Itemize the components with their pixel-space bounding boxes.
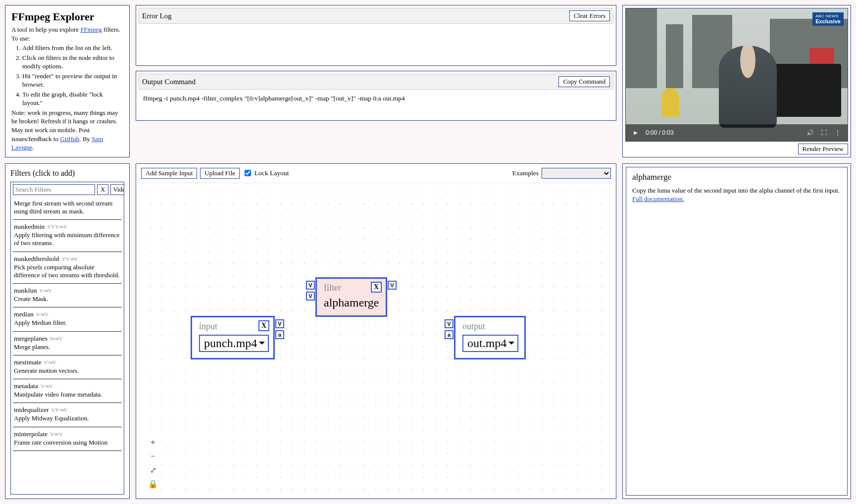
filter-item-name: maskedthreshold: [14, 255, 59, 262]
filter-item-name: mestimate: [14, 358, 41, 366]
filter-item-desc: Pick pixels comparing absolute differenc…: [14, 263, 121, 280]
app-title: FFmpeg Explorer: [11, 10, 123, 23]
filter-item[interactable]: mestimate V⇒VGenerate motion vectors.: [13, 355, 122, 379]
filter-item-desc: Apply filtering with minimum difference …: [14, 231, 121, 248]
clear-search-button[interactable]: X: [97, 184, 108, 195]
node-output[interactable]: output out.mp4 V a: [454, 316, 526, 359]
search-input[interactable]: [13, 184, 95, 195]
node-input[interactable]: input X punch.mp4 V a: [191, 316, 275, 359]
intro-panel: FFmpeg Explorer A tool to help you explo…: [5, 5, 130, 157]
canvas-controls: ＋ － ⤢ 🔒: [148, 437, 158, 489]
add-sample-input-button[interactable]: Add Sample Input: [141, 168, 197, 179]
upload-file-button[interactable]: Upload File: [200, 168, 240, 179]
output-command-panel: Output Command Copy Command ffmpeg -i pu…: [136, 71, 616, 121]
filter-item-desc: Manipulate video frame metadata.: [14, 391, 121, 399]
node-filter[interactable]: filter X alphamerge V V V: [315, 277, 387, 317]
filter-item-name: maskfun: [14, 287, 37, 294]
node-input-select[interactable]: punch.mp4: [199, 335, 269, 352]
inspector-panel: alphamerge Copy the luma value of the se…: [622, 163, 851, 499]
node-output-label: output: [462, 321, 517, 332]
filter-item-desc: Apply Median filter.: [14, 319, 121, 327]
port-v-in1[interactable]: V: [306, 281, 315, 290]
filters-title: Filters (click to add): [10, 169, 124, 178]
volume-icon[interactable]: 🔊: [806, 129, 814, 136]
port-a-in[interactable]: a: [445, 330, 453, 339]
filter-item[interactable]: maskedmin VVV⇒VApply filtering with mini…: [13, 220, 122, 252]
filter-item[interactable]: median V⇒VApply Median filter.: [13, 307, 122, 331]
port-a[interactable]: a: [275, 330, 284, 339]
fullscreen-icon[interactable]: ⛶: [820, 129, 828, 136]
error-log-title: Error Log: [142, 12, 172, 20]
filter-item[interactable]: metadata V⇒VManipulate video frame metad…: [13, 379, 122, 403]
port-v[interactable]: V: [275, 319, 284, 328]
filter-item-sig: VVV⇒V: [48, 224, 68, 230]
node-input-label: input: [199, 321, 266, 332]
render-preview-button[interactable]: Render Preview: [798, 144, 848, 154]
copy-command-button[interactable]: Copy Command: [558, 76, 610, 87]
wires: [141, 183, 290, 257]
lock-layout-label[interactable]: Lock Layout: [243, 168, 289, 178]
node-editor-canvas[interactable]: input X punch.mp4 V a filter X alphamerg…: [141, 183, 611, 496]
filter-item-desc: Merge first stream with second stream us…: [14, 200, 121, 216]
filter-item-name: median: [14, 310, 34, 318]
lock-layout-checkbox[interactable]: [245, 170, 251, 176]
filter-item-sig: V⇒V: [41, 383, 53, 389]
output-command-text: ffmpeg -i punch.mp4 -filter_complex "[0:…: [142, 93, 610, 116]
inspector-title: alphamerge: [632, 172, 841, 182]
node-filter-close-button[interactable]: X: [371, 282, 382, 293]
intro-steps: Add filters from the list on the left. C…: [11, 44, 123, 107]
filter-item-sig: V⇒V: [36, 311, 49, 317]
filter-item-sig: V⇒V: [50, 431, 62, 437]
filter-item-desc: Merge planes.: [14, 343, 121, 351]
inspector-desc: Copy the luma value of the second input …: [632, 187, 840, 194]
filter-item-name: maskedmin: [14, 223, 45, 230]
filters-panel: Filters (click to add) X Video Filters M…: [5, 163, 130, 499]
fit-icon[interactable]: ⤢: [148, 465, 158, 475]
clear-errors-button[interactable]: Clear Errors: [569, 10, 610, 21]
more-icon[interactable]: ⋮: [834, 129, 842, 136]
filter-item-sig: V⇒V: [44, 359, 56, 365]
filter-item-name: minterpolate: [14, 430, 48, 438]
output-command-title: Output Command: [142, 78, 196, 86]
news-badge: ABC NEWS Exclusive: [812, 12, 844, 26]
video-preview[interactable]: ABC NEWS Exclusive ► 0:00 / 0:03 🔊 ⛶ ⋮: [625, 8, 848, 142]
error-log-panel: Error Log Clear Errors: [136, 5, 616, 66]
filter-item[interactable]: maskfun V⇒VCreate Mask.: [13, 284, 122, 307]
filter-item[interactable]: maskedthreshold VV⇒VPick pixels comparin…: [13, 252, 122, 284]
zoom-in-icon[interactable]: ＋: [148, 437, 158, 447]
filter-item-desc: Generate motion vectors.: [14, 367, 121, 375]
examples-label: Examples: [512, 169, 539, 177]
node-input-close-button[interactable]: X: [258, 320, 269, 331]
filter-type-select[interactable]: Video Filters: [110, 184, 124, 195]
port-v-out[interactable]: V: [388, 281, 397, 290]
port-v-in[interactable]: V: [445, 319, 453, 328]
node-editor-panel: Add Sample Input Upload File Lock Layout…: [136, 163, 616, 499]
play-icon[interactable]: ►: [632, 129, 640, 136]
lock-icon[interactable]: 🔒: [148, 479, 158, 489]
filters-list[interactable]: Merge first stream with second stream us…: [13, 196, 122, 492]
filter-item-sig: VV⇒V: [51, 407, 68, 413]
filter-item[interactable]: Merge first stream with second stream us…: [13, 196, 122, 220]
filter-item[interactable]: midequalizer VV⇒VApply Midway Equalizati…: [13, 403, 122, 427]
github-link[interactable]: GitHub: [60, 135, 79, 143]
filter-item-name: midequalizer: [14, 406, 49, 413]
filter-item-desc: Create Mask.: [14, 295, 121, 303]
filter-item-desc: Frame rate conversion using Motion: [14, 439, 121, 447]
filter-item-sig: VV⇒V: [62, 256, 78, 262]
port-v-in2[interactable]: V: [306, 292, 315, 301]
node-output-select[interactable]: out.mp4: [462, 335, 518, 352]
filter-item-sig: N⇒V: [50, 336, 62, 342]
filter-item-name: metadata: [14, 382, 38, 390]
filter-item-desc: Apply Midway Equalization.: [14, 414, 121, 422]
filter-item[interactable]: minterpolate V⇒VFrame rate conversion us…: [13, 427, 122, 451]
filter-item-name: mergeplanes: [14, 335, 48, 342]
ffmpeg-link[interactable]: FFmpeg: [80, 26, 101, 33]
video-time: 0:00 / 0:03: [646, 129, 674, 136]
full-docs-link[interactable]: Full documentation.: [632, 195, 684, 202]
node-filter-name: alphamerge: [324, 296, 379, 309]
zoom-out-icon[interactable]: －: [148, 451, 158, 461]
preview-panel: ABC NEWS Exclusive ► 0:00 / 0:03 🔊 ⛶ ⋮ R…: [622, 5, 851, 157]
error-log-body: [142, 27, 610, 61]
examples-select[interactable]: [542, 168, 611, 179]
filter-item[interactable]: mergeplanes N⇒VMerge planes.: [13, 332, 122, 355]
